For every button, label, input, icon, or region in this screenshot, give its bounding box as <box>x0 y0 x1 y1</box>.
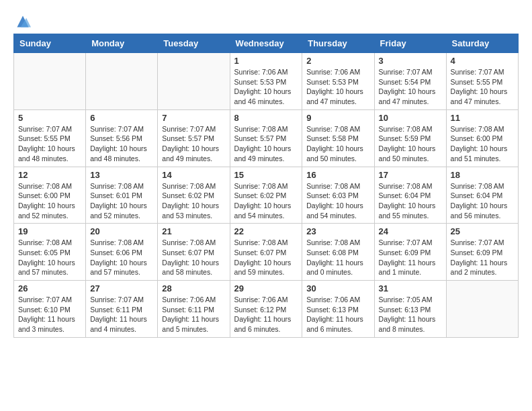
day-header-friday: Friday <box>374 34 446 53</box>
day-number: 5 <box>18 113 81 123</box>
calendar-cell: 17Sunrise: 7:08 AM Sunset: 6:04 PM Dayli… <box>374 167 446 224</box>
calendar-cell: 14Sunrise: 7:08 AM Sunset: 6:02 PM Dayli… <box>158 167 230 224</box>
calendar-cell <box>86 53 158 110</box>
logo <box>13 13 31 27</box>
week-row-5: 26Sunrise: 7:07 AM Sunset: 6:10 PM Dayli… <box>14 281 519 338</box>
day-info: Sunrise: 7:07 AM Sunset: 5:56 PM Dayligh… <box>90 124 153 164</box>
day-info: Sunrise: 7:07 AM Sunset: 6:09 PM Dayligh… <box>451 238 514 277</box>
day-info: Sunrise: 7:06 AM Sunset: 5:53 PM Dayligh… <box>306 67 369 107</box>
day-info: Sunrise: 7:08 AM Sunset: 6:00 PM Dayligh… <box>18 181 81 221</box>
calendar-cell: 5Sunrise: 7:07 AM Sunset: 5:55 PM Daylig… <box>14 109 86 167</box>
day-number: 18 <box>451 170 514 180</box>
day-info: Sunrise: 7:08 AM Sunset: 5:58 PM Dayligh… <box>306 124 369 164</box>
calendar-cell: 2Sunrise: 7:06 AM Sunset: 5:53 PM Daylig… <box>302 53 374 110</box>
day-info: Sunrise: 7:08 AM Sunset: 6:04 PM Dayligh… <box>379 181 442 221</box>
day-number: 3 <box>379 56 442 66</box>
calendar-cell: 10Sunrise: 7:08 AM Sunset: 5:59 PM Dayli… <box>374 109 446 167</box>
page-header <box>13 13 519 27</box>
day-info: Sunrise: 7:08 AM Sunset: 6:07 PM Dayligh… <box>234 238 298 277</box>
calendar-cell: 31Sunrise: 7:05 AM Sunset: 6:13 PM Dayli… <box>374 281 446 338</box>
calendar-cell: 15Sunrise: 7:08 AM Sunset: 6:02 PM Dayli… <box>230 167 302 224</box>
calendar: SundayMondayTuesdayWednesdayThursdayFrid… <box>13 34 519 338</box>
day-number: 7 <box>162 113 225 123</box>
day-number: 29 <box>234 283 298 293</box>
day-number: 23 <box>306 226 369 236</box>
day-info: Sunrise: 7:08 AM Sunset: 6:00 PM Dayligh… <box>451 124 514 164</box>
day-header-wednesday: Wednesday <box>230 34 302 53</box>
day-number: 10 <box>379 113 442 123</box>
day-info: Sunrise: 7:07 AM Sunset: 5:54 PM Dayligh… <box>379 67 442 107</box>
calendar-cell: 19Sunrise: 7:08 AM Sunset: 6:05 PM Dayli… <box>14 224 86 281</box>
calendar-cell: 4Sunrise: 7:07 AM Sunset: 5:55 PM Daylig… <box>446 53 518 110</box>
day-info: Sunrise: 7:08 AM Sunset: 6:02 PM Dayligh… <box>162 181 225 221</box>
day-number: 1 <box>234 56 298 66</box>
day-info: Sunrise: 7:07 AM Sunset: 5:57 PM Dayligh… <box>162 124 225 164</box>
day-info: Sunrise: 7:08 AM Sunset: 6:06 PM Dayligh… <box>90 238 153 277</box>
calendar-cell: 3Sunrise: 7:07 AM Sunset: 5:54 PM Daylig… <box>374 53 446 110</box>
day-number: 13 <box>90 170 153 180</box>
calendar-cell: 25Sunrise: 7:07 AM Sunset: 6:09 PM Dayli… <box>446 224 518 281</box>
week-row-3: 12Sunrise: 7:08 AM Sunset: 6:00 PM Dayli… <box>14 167 519 224</box>
calendar-cell: 9Sunrise: 7:08 AM Sunset: 5:58 PM Daylig… <box>302 109 374 167</box>
day-info: Sunrise: 7:07 AM Sunset: 6:11 PM Dayligh… <box>90 295 153 334</box>
day-info: Sunrise: 7:07 AM Sunset: 6:10 PM Dayligh… <box>18 295 81 334</box>
calendar-cell: 13Sunrise: 7:08 AM Sunset: 6:01 PM Dayli… <box>86 167 158 224</box>
day-info: Sunrise: 7:08 AM Sunset: 6:02 PM Dayligh… <box>234 181 298 221</box>
calendar-cell: 8Sunrise: 7:08 AM Sunset: 5:57 PM Daylig… <box>230 109 302 167</box>
day-number: 17 <box>379 170 442 180</box>
day-info: Sunrise: 7:05 AM Sunset: 6:13 PM Dayligh… <box>379 295 442 334</box>
week-row-4: 19Sunrise: 7:08 AM Sunset: 6:05 PM Dayli… <box>14 224 519 281</box>
day-number: 2 <box>306 56 369 66</box>
calendar-cell: 29Sunrise: 7:06 AM Sunset: 6:12 PM Dayli… <box>230 281 302 338</box>
calendar-cell: 23Sunrise: 7:08 AM Sunset: 6:08 PM Dayli… <box>302 224 374 281</box>
day-header-saturday: Saturday <box>446 34 518 53</box>
calendar-cell: 18Sunrise: 7:08 AM Sunset: 6:04 PM Dayli… <box>446 167 518 224</box>
day-header-monday: Monday <box>86 34 158 53</box>
day-number: 12 <box>18 170 81 180</box>
calendar-cell: 1Sunrise: 7:06 AM Sunset: 5:53 PM Daylig… <box>230 53 302 110</box>
calendar-cell: 21Sunrise: 7:08 AM Sunset: 6:07 PM Dayli… <box>158 224 230 281</box>
day-number: 8 <box>234 113 298 123</box>
day-number: 31 <box>379 283 442 293</box>
day-info: Sunrise: 7:08 AM Sunset: 6:01 PM Dayligh… <box>90 181 153 221</box>
calendar-cell <box>158 53 230 110</box>
day-info: Sunrise: 7:08 AM Sunset: 6:04 PM Dayligh… <box>451 181 514 221</box>
calendar-cell: 11Sunrise: 7:08 AM Sunset: 6:00 PM Dayli… <box>446 109 518 167</box>
day-info: Sunrise: 7:07 AM Sunset: 5:55 PM Dayligh… <box>18 124 81 164</box>
day-number: 4 <box>451 56 514 66</box>
day-info: Sunrise: 7:08 AM Sunset: 6:08 PM Dayligh… <box>306 238 369 277</box>
calendar-cell <box>446 281 518 338</box>
day-info: Sunrise: 7:08 AM Sunset: 5:59 PM Dayligh… <box>379 124 442 164</box>
calendar-cell <box>14 53 86 110</box>
week-row-1: 1Sunrise: 7:06 AM Sunset: 5:53 PM Daylig… <box>14 53 519 110</box>
day-info: Sunrise: 7:07 AM Sunset: 5:55 PM Dayligh… <box>451 67 514 107</box>
day-number: 20 <box>90 226 153 236</box>
calendar-cell: 20Sunrise: 7:08 AM Sunset: 6:06 PM Dayli… <box>86 224 158 281</box>
calendar-cell: 27Sunrise: 7:07 AM Sunset: 6:11 PM Dayli… <box>86 281 158 338</box>
calendar-cell: 16Sunrise: 7:08 AM Sunset: 6:03 PM Dayli… <box>302 167 374 224</box>
logo-icon <box>15 13 31 30</box>
day-info: Sunrise: 7:06 AM Sunset: 6:13 PM Dayligh… <box>306 295 369 334</box>
day-info: Sunrise: 7:08 AM Sunset: 6:05 PM Dayligh… <box>18 238 81 277</box>
day-number: 14 <box>162 170 225 180</box>
day-info: Sunrise: 7:07 AM Sunset: 6:09 PM Dayligh… <box>379 238 442 277</box>
day-number: 6 <box>90 113 153 123</box>
day-number: 30 <box>306 283 369 293</box>
day-number: 16 <box>306 170 369 180</box>
calendar-cell: 26Sunrise: 7:07 AM Sunset: 6:10 PM Dayli… <box>14 281 86 338</box>
calendar-cell: 22Sunrise: 7:08 AM Sunset: 6:07 PM Dayli… <box>230 224 302 281</box>
day-number: 27 <box>90 283 153 293</box>
day-info: Sunrise: 7:06 AM Sunset: 5:53 PM Dayligh… <box>234 67 298 107</box>
day-number: 15 <box>234 170 298 180</box>
day-header-thursday: Thursday <box>302 34 374 53</box>
day-header-sunday: Sunday <box>14 34 86 53</box>
day-info: Sunrise: 7:08 AM Sunset: 6:03 PM Dayligh… <box>306 181 369 221</box>
week-row-2: 5Sunrise: 7:07 AM Sunset: 5:55 PM Daylig… <box>14 109 519 167</box>
day-info: Sunrise: 7:08 AM Sunset: 6:07 PM Dayligh… <box>162 238 225 277</box>
calendar-cell: 7Sunrise: 7:07 AM Sunset: 5:57 PM Daylig… <box>158 109 230 167</box>
calendar-cell: 28Sunrise: 7:06 AM Sunset: 6:11 PM Dayli… <box>158 281 230 338</box>
calendar-cell: 12Sunrise: 7:08 AM Sunset: 6:00 PM Dayli… <box>14 167 86 224</box>
calendar-cell: 30Sunrise: 7:06 AM Sunset: 6:13 PM Dayli… <box>302 281 374 338</box>
day-number: 28 <box>162 283 225 293</box>
day-info: Sunrise: 7:08 AM Sunset: 5:57 PM Dayligh… <box>234 124 298 164</box>
